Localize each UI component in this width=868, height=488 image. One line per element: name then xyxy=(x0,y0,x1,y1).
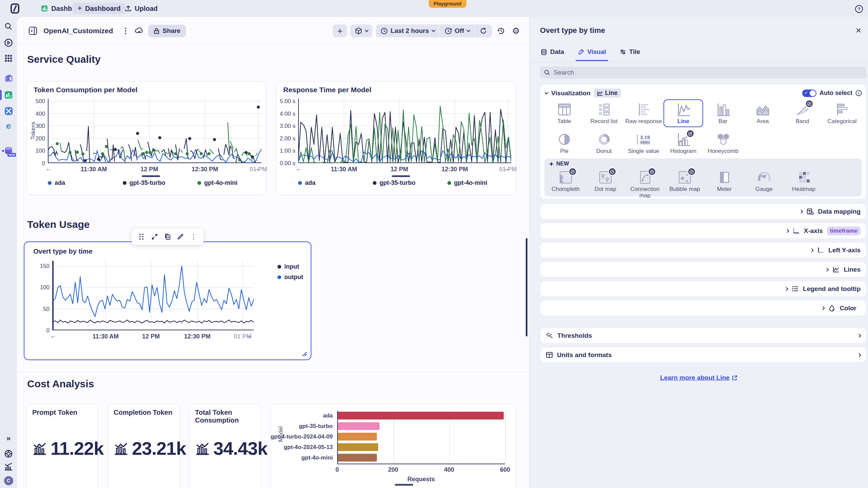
horizontal-scrollbar[interactable] xyxy=(395,484,413,486)
settings-gear-icon[interactable]: ⚙ xyxy=(510,25,522,37)
bar-ada[interactable] xyxy=(338,412,504,419)
apps-grid-icon[interactable] xyxy=(4,54,13,63)
refresh-button[interactable] xyxy=(475,24,492,37)
history-icon[interactable] xyxy=(495,25,507,37)
viz-option-choropleth[interactable]: ⊘Choropleth xyxy=(546,167,585,201)
info-icon[interactable]: i xyxy=(855,90,862,96)
pan-left-icon[interactable]: ← xyxy=(45,165,52,172)
pan-left-icon[interactable]: ← xyxy=(50,332,56,339)
token-usage-panel-selected[interactable]: Overt type by time 150100500 11:30 AM12 … xyxy=(24,241,311,360)
help-icon[interactable]: ? xyxy=(855,5,863,13)
resize-handle[interactable] xyxy=(300,349,307,357)
legend-item[interactable]: gpt-4o-mini xyxy=(447,179,487,187)
user-avatar[interactable]: C xyxy=(4,476,13,485)
viz-option-connection-map[interactable]: ⊘Connection map xyxy=(625,167,665,201)
viz-option-dot-map[interactable]: ⊘Dot map xyxy=(585,167,625,201)
legend-item[interactable]: input xyxy=(277,263,303,270)
sidebar-item-dashboards[interactable] xyxy=(4,90,13,100)
viz-option-bubble-map[interactable]: ⊘Bubble map xyxy=(665,167,705,201)
vertical-scrollbar[interactable] xyxy=(526,238,527,336)
more-options-icon[interactable]: ⋮ xyxy=(189,232,199,242)
time-range-selector[interactable]: Last 2 hours xyxy=(376,24,440,37)
auto-select-toggle[interactable]: ✓ xyxy=(802,90,816,97)
chevron-down-icon[interactable] xyxy=(544,91,548,94)
viz-option-bar[interactable]: Bar xyxy=(703,99,743,127)
panel-toggle-icon[interactable] xyxy=(27,25,39,37)
pan-right-icon[interactable]: → xyxy=(503,165,509,172)
viz-option-single-value[interactable]: 3.19Mbit/sSingle value xyxy=(624,129,663,157)
tab-data[interactable]: Data xyxy=(541,48,564,60)
stat-completion-token[interactable]: Completion Token 23.21k = 100.14% xyxy=(108,404,180,488)
legend-item[interactable]: output xyxy=(277,274,303,281)
nav-upload[interactable]: Upload xyxy=(125,3,158,14)
search-icon[interactable] xyxy=(4,22,13,31)
x-axis-field-chip[interactable]: timeframe xyxy=(827,227,861,235)
dashboard-menu-icon[interactable]: ⋮ xyxy=(118,26,133,35)
accordion-left-y-axis[interactable]: Left Y-axis xyxy=(540,242,866,258)
scope-selector[interactable] xyxy=(350,24,372,37)
row-units-formats[interactable]: Units and formats xyxy=(540,347,866,363)
pan-right-icon[interactable]: → xyxy=(254,165,260,172)
stat-prompt-token[interactable]: Prompt Token 11.22k = 111.5% xyxy=(26,404,98,488)
usage-chart-icon[interactable] xyxy=(4,462,13,471)
viz-option-table[interactable]: Table xyxy=(544,99,584,127)
accordion-color[interactable]: Color xyxy=(540,300,866,316)
viz-option-heatmap[interactable]: Heatmap xyxy=(784,167,824,201)
accordion-x-axis[interactable]: X-axis timeframe xyxy=(540,223,866,239)
pan-left-icon[interactable]: ← xyxy=(296,165,302,172)
duplicate-icon[interactable] xyxy=(162,232,173,242)
legend-item[interactable]: gpt-35-turbo xyxy=(373,179,416,187)
horizontal-scrollbar[interactable] xyxy=(392,175,410,177)
edit-pencil-icon[interactable] xyxy=(175,232,186,242)
app-logo[interactable] xyxy=(9,3,20,14)
viz-option-gauge[interactable]: 42Gauge xyxy=(744,167,784,201)
bar-gpt-4o-mini[interactable] xyxy=(338,454,377,462)
viz-option-histogram[interactable]: ⊘Histogram xyxy=(663,129,703,157)
viz-option-area[interactable]: Area xyxy=(743,99,783,127)
tab-dashboard-active[interactable]: + Dashboard xyxy=(72,3,126,14)
viz-option-pie[interactable]: Pie xyxy=(544,129,584,157)
cloud-sync-icon[interactable] xyxy=(133,25,145,37)
expand-icon[interactable] xyxy=(150,232,160,242)
auto-refresh-selector[interactable]: Off xyxy=(440,24,475,37)
tab-tile[interactable]: Tile xyxy=(620,48,640,60)
horizontal-scrollbar[interactable] xyxy=(142,175,160,177)
pipelines-icon[interactable] xyxy=(4,106,13,116)
legend-item[interactable]: gpt-4o-mini xyxy=(197,179,237,187)
close-icon[interactable]: × xyxy=(856,26,861,35)
drag-handle-icon[interactable] xyxy=(136,232,147,242)
legend-item[interactable]: gpt-35-turbo xyxy=(123,179,166,187)
expand-sidebar-icon[interactable]: » xyxy=(4,434,13,443)
viz-option-line-selected[interactable]: Line xyxy=(663,99,703,127)
stat-total-token[interactable]: Total Token Consumption 34.43k = 100.77% xyxy=(189,404,261,488)
viz-option-record-list[interactable]: Record list xyxy=(584,99,624,127)
pan-right-icon[interactable]: → xyxy=(246,332,252,339)
learn-more-link[interactable]: Learn more about Line xyxy=(660,374,737,382)
integrations-icon[interactable] xyxy=(4,122,13,132)
tab-visual-active[interactable]: Visual xyxy=(578,48,606,60)
viz-option-band[interactable]: ⊘Band xyxy=(783,99,822,127)
bar-gpt-4o-2024-05-13[interactable] xyxy=(338,443,378,451)
viz-option-donut[interactable]: Donut xyxy=(584,129,624,157)
playground-badge[interactable]: Playground xyxy=(429,0,466,8)
legend-item[interactable]: ada xyxy=(48,179,65,187)
bar-gpt-4-turbo-2024-04-09[interactable] xyxy=(338,433,377,441)
viz-option-meter[interactable]: Meter xyxy=(705,167,744,201)
row-thresholds[interactable]: Thresholds xyxy=(540,328,866,344)
search-input[interactable]: Search xyxy=(540,66,866,79)
requests-per-model-panel[interactable]: Model adagpt-35-turbogpt-4-turbo-2024-04… xyxy=(271,404,516,488)
accordion-legend-tooltip[interactable]: Legend and tooltip xyxy=(540,281,866,297)
playback-icon[interactable] xyxy=(4,38,13,47)
database-icon[interactable]: NEW xyxy=(4,146,13,156)
legend-item[interactable]: ada xyxy=(298,179,315,187)
bar-gpt-35-turbo[interactable] xyxy=(338,422,380,430)
viz-option-honeycomb[interactable]: Honeycomb xyxy=(703,129,743,157)
accordion-data-mapping[interactable]: Data mapping xyxy=(540,203,866,219)
share-button[interactable]: Share xyxy=(148,25,186,37)
add-panel-button[interactable]: + xyxy=(333,24,347,37)
viz-option-categorical[interactable]: Categorical xyxy=(822,99,862,127)
accordion-lines[interactable]: Lines xyxy=(540,261,866,277)
collections-icon[interactable] xyxy=(4,74,13,83)
viz-option-raw-response[interactable]: Raw response xyxy=(624,99,663,127)
response-time-panel[interactable]: Response Time per Model 5.00 s4.00 s3.00… xyxy=(276,81,516,195)
